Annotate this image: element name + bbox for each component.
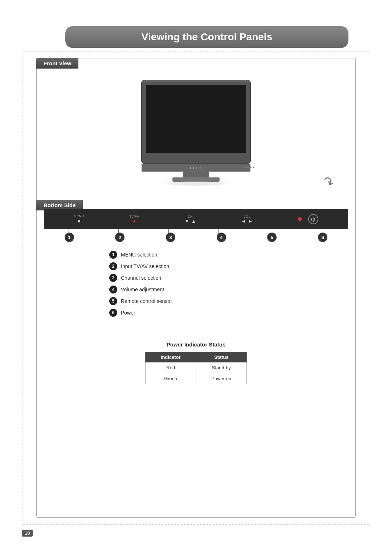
svg-point-5 [244,167,246,168]
callout-2: 2 [115,233,124,242]
table-header-status: Status [196,352,247,362]
callout-1: 1 [65,233,74,242]
vol-label: VOL [244,215,251,218]
desc-num-4: 4 [109,286,117,294]
page-title-bar: Viewing the Control Panels [65,26,348,48]
desc-text-6: Power [121,309,135,317]
desc-num-3: 3 [109,274,117,282]
callout-4: 4 [217,233,226,242]
vol-btn-group: VOL ◄ ► [241,215,253,224]
vol-arrows: ◄ ► [241,218,253,224]
table-header-indicator: Indicator [146,352,196,362]
desc-item-2: 2 Input TV/AV selection [109,262,326,270]
status-poweron: Power on [196,373,247,384]
main-content-box: Front View COBY [36,58,356,518]
desc-item-1: 1 MENU selection [109,251,326,259]
svg-point-7 [250,167,252,168]
ch-arrows: ▼ ▲ [184,218,196,224]
desc-num-1: 1 [109,251,117,259]
vol-left-icon: ◄ [241,218,246,224]
callout-numbers-row: 1 2 3 4 5 6 [44,233,348,242]
status-standby: Stand-by [196,362,247,373]
callout-3: 3 [166,233,175,242]
desc-num-2: 2 [109,262,117,270]
tvav-label: TV/AV [129,215,139,218]
menu-btn-group: MENU ■ [74,214,84,224]
desc-text-4: Volume adjustment [121,286,164,294]
power-button-icon: ⏻ [308,214,318,224]
desc-item-3: 3 Channel selection [109,274,326,282]
desc-text-1: MENU selection [121,251,157,259]
description-list: 1 MENU selection 2 Input TV/AV selection… [109,251,326,320]
control-panel-strip: MENU ■ TV/AV ● CH ▼ ▲ VOL ◄ ► [44,209,348,229]
ch-down-icon: ▼ [184,218,189,224]
menu-label: MENU [74,214,84,218]
desc-text-2: Input TV/AV selection [121,262,169,270]
svg-point-11 [167,181,225,186]
tv-image: COBY [120,77,272,200]
callout-6: 6 [318,233,327,242]
svg-point-8 [253,167,254,168]
tvav-btn-group: TV/AV ● [129,215,139,223]
svg-rect-1 [146,85,246,153]
callout-5: 5 [267,233,277,242]
desc-item-5: 5 Remote control sensor [109,297,326,305]
indicator-table: Indicator Status Red Stand-by Green Powe… [145,352,247,384]
tv-illustration-area: COBY [37,69,355,207]
indicator-green: Green [146,373,196,384]
svg-rect-12 [142,80,250,82]
power-sensor-group: ⏻ [298,214,318,224]
svg-text:COBY: COBY [190,166,202,170]
desc-item-6: 6 Power [109,309,326,317]
svg-rect-10 [172,177,220,182]
front-view-label: Front View [36,58,78,69]
page-title: Viewing the Control Panels [76,31,338,43]
desc-text-5: Remote control sensor [121,297,172,305]
ch-btn-group: CH ▼ ▲ [184,215,196,224]
power-indicator-title: Power Indicator Status [167,341,226,348]
decorative-dot-line-left [22,51,23,525]
menu-icon: ■ [77,218,80,224]
desc-num-6: 6 [109,309,117,317]
desc-item-4: 4 Volume adjustment [109,286,326,294]
remote-sensor-icon [298,217,302,221]
tvav-icon: ● [133,218,135,223]
svg-rect-9 [183,172,209,178]
power-icon: ⏻ [311,217,315,222]
decorative-dot-line-top [22,51,370,52]
table-row-green: Green Power on [146,373,247,384]
ch-up-icon: ▲ [191,218,196,224]
vol-right-icon: ► [248,218,253,224]
svg-point-6 [247,167,249,168]
decorative-dot-line-bottom [22,524,370,525]
indicator-red: Red [146,362,196,373]
desc-num-5: 5 [109,297,117,305]
ch-label: CH [188,215,193,218]
page-number: 10 [22,530,33,537]
power-indicator-section: Power Indicator Status Indicator Status … [37,341,355,384]
table-row-red: Red Stand-by [146,362,247,373]
desc-text-3: Channel selection [121,274,161,282]
table-header-row: Indicator Status [146,352,247,362]
tv-svg: COBY [120,77,272,196]
